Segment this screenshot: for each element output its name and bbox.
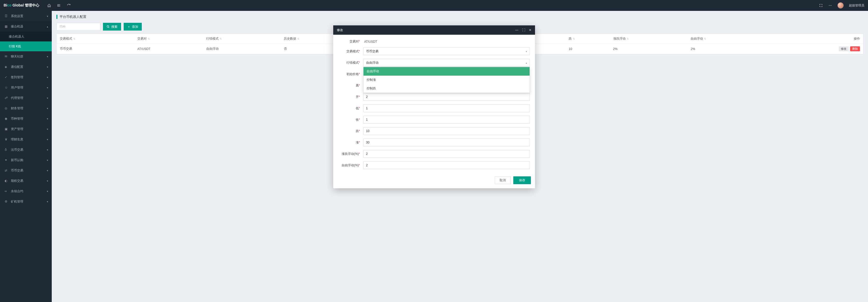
form-label-trade-mode: 交易模式* <box>338 49 363 54</box>
chevron-down-icon: ▾ <box>47 97 48 100</box>
low-input[interactable] <box>363 104 530 112</box>
col-pair[interactable]: 交易对⇅ <box>134 34 203 44</box>
col-updown[interactable]: 涨跌浮动⇅ <box>610 34 688 44</box>
spot-icon: ⇄ <box>5 169 8 172</box>
users-icon: ☍ <box>5 96 8 100</box>
sidebar-item-perp[interactable]: ∞永续合约▾ <box>0 186 52 196</box>
sidebar-item-wealth[interactable]: ♛理财生息▾ <box>0 134 52 144</box>
sidebar-item-system-settings[interactable]: ☲ 系统设置 ▾ <box>0 11 52 21</box>
row-actions: 修改 删除 <box>768 46 860 51</box>
chevron-down-icon: ▾ <box>47 86 48 89</box>
sidebar-item-agents[interactable]: ☍代理管理▾ <box>0 93 52 103</box>
sidebar-item-newcoin[interactable]: ✦新币认购▾ <box>0 155 52 165</box>
options-icon: ◐ <box>5 179 8 183</box>
col-free[interactable]: 自由浮动⇅ <box>687 34 765 44</box>
svg-point-5 <box>830 5 831 6</box>
sort-icon: ⇅ <box>297 37 299 40</box>
sidebar-item-comm[interactable]: ◈通信配置▾ <box>0 62 52 72</box>
search-icon <box>106 25 110 28</box>
col-trade-mode[interactable]: 交易模式⇅ <box>57 34 134 44</box>
close-icon[interactable]: ✕ <box>529 28 531 32</box>
add-button[interactable]: ＋ 添加 <box>124 23 142 31</box>
perp-icon: ∞ <box>5 189 8 193</box>
cell-fall: 10 <box>565 44 610 54</box>
free-input[interactable] <box>363 161 530 169</box>
dropdown-option[interactable]: 自由浮动 <box>364 67 530 76</box>
sidebar-item-label: 聊天社群 <box>11 54 23 59</box>
sidebar-item-options[interactable]: ◐期权交易▾ <box>0 175 52 186</box>
topbar: Bico Global 管理中心 超级管理员 <box>0 0 868 11</box>
save-button[interactable]: 保存 <box>513 176 531 184</box>
sidebar-item-checkin[interactable]: ✓签到管理▾ <box>0 72 52 82</box>
rise-input[interactable] <box>363 139 530 146</box>
search-button[interactable]: 搜索 <box>103 23 121 31</box>
fullscreen-icon[interactable] <box>819 3 823 7</box>
market-mode-select[interactable]: 自由浮动 ▴ <box>363 59 530 66</box>
col-fall[interactable]: 跌⇅ <box>565 34 610 44</box>
sidebar-item-label: 期权交易 <box>11 179 23 183</box>
modal-footer: 取消 保存 <box>333 174 535 188</box>
sidebar-item-spot[interactable]: ⇄币币交易▾ <box>0 165 52 175</box>
cell-trade-mode: 币币交易 <box>57 44 134 54</box>
dropdown-option[interactable]: 控制涨 <box>364 76 530 84</box>
search-input[interactable] <box>56 23 100 31</box>
sidebar-sub-kline[interactable]: 行情 K线 <box>0 42 52 51</box>
minimize-icon[interactable]: — <box>515 28 519 32</box>
sidebar-item-miner[interactable]: ⚙矿机管理▾ <box>0 196 52 207</box>
sidebar-item-chat[interactable]: ✉聊天社群▾ <box>0 51 52 62</box>
sort-icon: ⇅ <box>220 37 222 40</box>
sort-icon: ⇅ <box>573 37 575 40</box>
open-input[interactable] <box>363 93 530 101</box>
sidebar-item-label: 币种管理 <box>11 116 23 121</box>
fiat-icon: ♁ <box>5 148 8 152</box>
sidebar-item-label: 签到管理 <box>11 75 23 80</box>
form-label-low: 低* <box>338 106 363 111</box>
chat-icon: ✉ <box>5 55 8 58</box>
expand-icon[interactable]: ⛶ <box>522 28 525 32</box>
chevron-down-icon: ▾ <box>47 55 48 58</box>
add-button-label: 添加 <box>132 25 138 29</box>
cell-pair: AT/USDT <box>134 44 203 54</box>
trade-mode-select[interactable]: 币币交易 ▾ <box>363 47 530 55</box>
chevron-up-icon: ▴ <box>47 25 48 28</box>
sidebar-item-label: 系统设置 <box>11 14 23 18</box>
form-label-close: 收* <box>338 117 363 122</box>
form-label-pair: 交易对* <box>338 39 363 44</box>
chevron-down-icon: ▾ <box>47 138 48 141</box>
sidebar-item-assets[interactable]: ▣资产管理▾ <box>0 124 52 134</box>
dropdown-option[interactable]: 控制跌 <box>364 84 530 93</box>
cancel-button[interactable]: 取消 <box>495 176 511 184</box>
chevron-down-icon: ▾ <box>47 117 48 120</box>
sidebar-item-label: 理财生息 <box>11 137 23 142</box>
sidebar-item-coins[interactable]: ◉币种管理▾ <box>0 113 52 124</box>
avatar[interactable] <box>837 2 844 8</box>
sidebar-item-label: 矿机管理 <box>11 199 23 204</box>
chevron-down-icon: ▾ <box>47 65 48 68</box>
grid-icon: ▦ <box>5 25 8 28</box>
pair-readonly: AT/USDT <box>363 40 530 44</box>
svg-point-4 <box>829 5 830 6</box>
newcoin-icon: ✦ <box>5 158 8 162</box>
sidebar-item-label: 永续合约 <box>11 189 23 193</box>
row-edit-button[interactable]: 修改 <box>839 46 848 51</box>
sort-icon: ⇅ <box>627 37 629 40</box>
sidebar-sub-match-robot[interactable]: 撮合机器人 <box>0 32 52 42</box>
columns-icon[interactable] <box>57 3 61 7</box>
sidebar-item-match-robot[interactable]: ▦ 撮合机器 ▴ <box>0 21 52 32</box>
fall-input[interactable] <box>363 127 530 135</box>
refresh-icon[interactable] <box>67 3 71 7</box>
sidebar-item-fiat[interactable]: ♁法币交易▾ <box>0 144 52 155</box>
sidebar-item-label: 币币交易 <box>11 168 23 173</box>
more-icon[interactable] <box>828 3 832 7</box>
updown-input[interactable] <box>363 150 530 158</box>
home-icon[interactable] <box>47 3 51 7</box>
coin-icon: ◉ <box>5 117 8 120</box>
sidebar-item-label: 撮合机器人 <box>9 34 24 39</box>
sidebar-item-finance[interactable]: ◎财务管理▾ <box>0 103 52 113</box>
close-input[interactable] <box>363 116 530 123</box>
row-delete-button[interactable]: 删除 <box>850 46 860 51</box>
sidebar-item-users[interactable]: ☺用户管理▾ <box>0 82 52 93</box>
finance-icon: ◎ <box>5 106 8 110</box>
col-market-mode[interactable]: 行情模式⇅ <box>203 34 281 44</box>
chevron-down-icon: ▾ <box>47 169 48 172</box>
